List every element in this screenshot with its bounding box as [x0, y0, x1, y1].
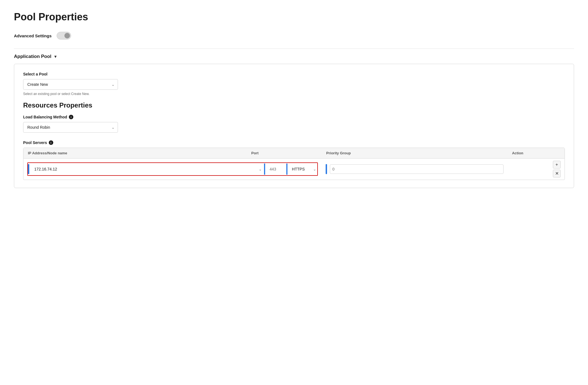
pool-servers-section: Pool Servers i IP Address/Node name Port… — [23, 140, 565, 180]
pool-servers-label: Pool Servers i — [23, 140, 565, 145]
load-balancing-field: Load Balancing Method i Round Robin Leas… — [23, 115, 565, 133]
page-title: Pool Properties — [14, 11, 574, 23]
port-segment — [264, 164, 286, 175]
ip-chevron-icon: ⌄ — [259, 167, 262, 171]
pool-servers-info-icon[interactable]: i — [49, 140, 53, 145]
pool-servers-table: IP Address/Node name Port Priority Group… — [23, 148, 565, 180]
advanced-settings-row: Advanced Settings — [14, 32, 574, 40]
load-balancing-info-icon[interactable]: i — [69, 115, 73, 119]
col-header-action: Action — [507, 148, 565, 159]
select-pool-dropdown[interactable]: Create New Pool A Pool B — [23, 79, 118, 90]
col-header-port: Port — [247, 148, 322, 159]
select-pool-wrapper: Create New Pool A Pool B ⌄ — [23, 79, 118, 90]
load-balancing-label: Load Balancing Method i — [23, 115, 565, 119]
table-header-row: IP Address/Node name Port Priority Group… — [23, 148, 565, 159]
protocol-select-wrapper: HTTPS HTTP TCP — [290, 165, 313, 174]
ip-port-protocol-highlight: 172.16.74.12 ⌄ — [27, 162, 318, 176]
priority-group-input[interactable] — [330, 164, 504, 174]
ip-port-protocol-cell: 172.16.74.12 ⌄ — [23, 159, 322, 180]
ip-blue-bar — [28, 164, 29, 174]
port-input[interactable] — [267, 165, 284, 174]
application-pool-section-header[interactable]: Application Pool ▼ — [14, 54, 574, 59]
table-row: 172.16.74.12 ⌄ — [23, 159, 565, 180]
priority-group-inner — [326, 164, 504, 174]
action-buttons: + ✕ — [511, 161, 561, 177]
ip-segment: 172.16.74.12 ⌄ — [28, 163, 264, 175]
application-pool-label: Application Pool — [14, 54, 51, 59]
section-divider — [14, 48, 574, 49]
priority-blue-bar — [326, 164, 327, 174]
ip-select-wrapper: 172.16.74.12 — [32, 165, 258, 174]
toggle-knob — [64, 33, 70, 38]
select-pool-label: Select a Pool — [23, 72, 565, 76]
remove-row-button[interactable]: ✕ — [553, 170, 561, 177]
col-header-priority: Priority Group — [322, 148, 507, 159]
application-pool-chevron-icon: ▼ — [54, 54, 57, 59]
select-pool-field: Select a Pool Create New Pool A Pool B ⌄… — [23, 72, 565, 96]
load-balancing-dropdown[interactable]: Round Robin Least Connections IP Hash — [23, 122, 118, 133]
advanced-settings-toggle[interactable] — [57, 32, 71, 40]
ip-address-dropdown[interactable]: 172.16.74.12 — [32, 165, 258, 174]
protocol-chevron-icon: ⌄ — [313, 167, 316, 171]
add-row-button[interactable]: + — [553, 161, 561, 169]
priority-group-cell — [322, 159, 507, 180]
col-header-ip: IP Address/Node name — [23, 148, 247, 159]
protocol-segment: HTTPS HTTP TCP ⌄ — [286, 164, 317, 175]
load-balancing-wrapper: Round Robin Least Connections IP Hash ⌄ — [23, 122, 118, 133]
advanced-settings-label: Advanced Settings — [14, 33, 52, 38]
action-cell: + ✕ — [507, 159, 565, 180]
protocol-dropdown[interactable]: HTTPS HTTP TCP — [290, 165, 313, 174]
main-card: Select a Pool Create New Pool A Pool B ⌄… — [14, 64, 574, 188]
select-pool-hint: Select an existing pool or select Create… — [23, 92, 565, 96]
resources-properties-title: Resources Properties — [23, 101, 565, 109]
